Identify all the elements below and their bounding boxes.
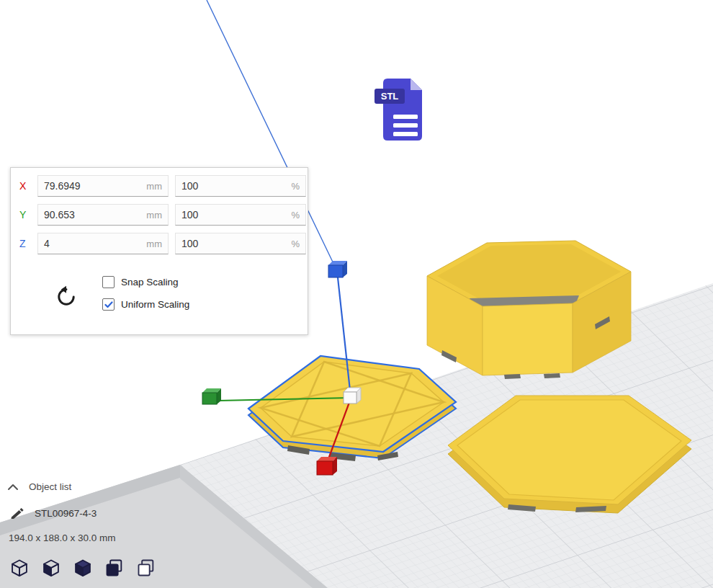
scale-x-percent-field: % [175,175,306,197]
uniform-scaling-label: Uniform Scaling [121,299,189,310]
object-name: STL00967-4-3 [35,508,97,519]
chevron-up-icon [7,484,19,491]
object-list-title: Object list [29,481,71,492]
scale-x-percent-input[interactable] [176,180,305,192]
view-toolbar [7,556,158,581]
cube-filled-view-icon[interactable] [71,556,95,581]
stl-banner-label: STL [381,91,399,102]
axis-x-label: X [19,180,31,192]
scale-y-percent-field: % [175,204,306,226]
uniform-scaling-checkbox[interactable]: Uniform Scaling [102,298,189,311]
axis-y-label: Y [19,209,31,220]
scale-row-z: Z mm % [19,233,302,254]
reset-arrow-icon [54,285,79,309]
edit-pencil-icon [10,507,24,519]
object-list-item[interactable]: STL00967-4-3 [10,507,97,519]
x-axis-handle[interactable] [317,457,337,475]
center-handle[interactable] [344,388,361,404]
stack-outline-view-icon[interactable] [134,556,158,581]
model-dimensions: 194.0 x 188.0 x 30.0 mm [9,533,116,543]
app-window: STL X mm % Y mm % [0,0,713,588]
scaling-options: Snap Scaling Uniform Scaling [102,276,189,321]
scale-y-percent-input[interactable] [176,209,305,220]
z-axis-handle[interactable] [328,261,347,277]
scale-z-mm-field: mm [37,233,169,254]
checkbox-checked-icon[interactable] [102,298,115,311]
scale-x-mm-input[interactable] [38,180,168,192]
snap-scaling-checkbox[interactable]: Snap Scaling [102,276,189,288]
scale-z-mm-input[interactable] [38,238,168,249]
snap-scaling-label: Snap Scaling [121,277,179,288]
scale-y-mm-field: mm [37,204,169,226]
folded-corner [411,79,422,90]
scale-row-y: Y mm % [19,204,302,226]
scale-row-x: X mm % [19,175,302,197]
reset-scale-button[interactable] [54,285,79,309]
scale-tool-panel: X mm % Y mm % Z mm [10,167,308,335]
y-axis-handle[interactable] [202,388,221,404]
scale-z-percent-input[interactable] [176,238,305,249]
scale-y-mm-input[interactable] [38,209,168,220]
axis-z-label: Z [19,238,31,249]
scale-x-mm-field: mm [37,175,169,197]
cube-outline-view-icon[interactable] [7,556,32,581]
cube-shaded-view-icon[interactable] [39,556,63,581]
scale-z-percent-field: % [175,233,306,254]
checkbox-unchecked-icon[interactable] [102,276,115,288]
stack-filled-view-icon[interactable] [102,556,127,581]
object-list-header[interactable]: Object list [7,481,71,492]
stl-file-icon[interactable]: STL [369,74,435,145]
